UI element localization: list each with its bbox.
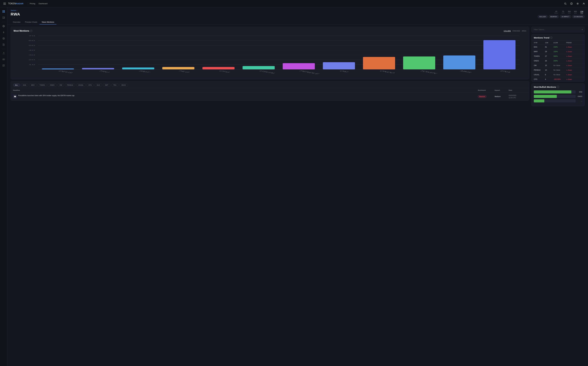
bar-chart: 10203040506070DEUSTRUSMTHLGCFGUSUALPENDL… (14, 34, 526, 76)
token-tab-usual[interactable]: USUAL (76, 83, 85, 87)
filter-badge-exmajors[interactable]: EX-MAJORS (572, 15, 585, 18)
filter-badge-bullish[interactable]: BULLISH (538, 15, 548, 18)
trend-delta: 200% (553, 60, 566, 62)
brand-radar: RADAR (16, 2, 23, 5)
sidebar-item-dollar2[interactable] (1, 57, 6, 62)
chart-type-stacked[interactable]: STACKED (512, 30, 520, 32)
time-btn-12m[interactable]: 12MYTD (579, 10, 585, 15)
trend-arrow-icon: ↘ (566, 51, 567, 53)
svg-text:40: 40 (28, 50, 35, 51)
nav-pricing[interactable]: Pricing (30, 2, 35, 5)
chart-type-column[interactable]: COLUMN (504, 30, 511, 32)
bar-om[interactable] (323, 62, 355, 69)
bar-tru[interactable] (82, 68, 114, 69)
bar-cfg[interactable] (202, 67, 234, 69)
token-tab-deus[interactable]: DEUS (119, 83, 128, 87)
trend-arrow-icon: ↘ (566, 74, 567, 76)
col-headline: Headline (13, 89, 478, 91)
token-tab-all[interactable]: ALL (13, 83, 20, 87)
token-tab-tru[interactable]: TRU (111, 83, 119, 87)
bullish-bar-label: ... (577, 100, 582, 102)
chart-type-btns: COLUMNSTACKEDAREA (504, 30, 526, 32)
tab-preview-charts[interactable]: Preview Charts (23, 20, 39, 24)
filter-chevron-icon: ▾ (582, 28, 583, 31)
bullish-bar-row: ONDO (534, 95, 582, 98)
trend-direction: ↘ Down (566, 51, 579, 53)
bullish-bar-fill (534, 90, 571, 93)
breadcrumb-parent: Sectors (11, 9, 16, 11)
trend-row: PENDLE 13 No Value ↘ Down (532, 68, 585, 72)
theme-icon[interactable] (576, 2, 580, 6)
svg-rect-0 (3, 3, 6, 3)
token-tab-token[interactable]: TOKEN (38, 83, 47, 87)
bar-token[interactable] (403, 56, 435, 69)
page-title: RWA (11, 12, 20, 16)
sidebar-item-note[interactable] (1, 63, 6, 68)
trend-direction: ↘ Down (566, 69, 579, 71)
svg-rect-20 (2, 12, 3, 13)
trend-val: 29 (545, 51, 553, 53)
header-left: Sectors / RWA (11, 9, 20, 16)
trend-info-icon[interactable]: i (550, 37, 552, 39)
filter-input[interactable] (532, 27, 585, 32)
mentions-trend-title: Mentions Trend i (532, 34, 585, 41)
tab-overview[interactable]: Overview (11, 20, 23, 24)
user-icon[interactable] (582, 2, 586, 6)
search-icon[interactable] (563, 2, 567, 6)
bar-smt[interactable] (122, 68, 154, 69)
hamburger-button[interactable] (2, 1, 7, 6)
bar-deus[interactable] (42, 69, 74, 69)
time-btn-7d[interactable]: 7DWTD (560, 10, 566, 15)
tab-news-mentions[interactable]: News Mentions (39, 20, 56, 24)
bullish-bar-row: ... (534, 99, 582, 102)
nav-dashboard[interactable]: Dashboard (39, 2, 48, 5)
svg-text:30: 30 (28, 54, 35, 56)
sidebar-item-globe[interactable] (1, 24, 6, 29)
filter-badge-bearish[interactable]: BEARISH (549, 15, 559, 18)
bar-hlg[interactable] (162, 67, 194, 69)
bar-ondo[interactable] (363, 57, 395, 69)
trend-sym: TOKEN (534, 55, 545, 57)
bar-ena[interactable] (483, 40, 516, 69)
main-grid: Most Mentions i COLUMNSTACKEDAREA 102030… (7, 24, 588, 366)
token-tab-om[interactable]: OM (57, 83, 64, 87)
filter-badge-hiimpact[interactable]: HI-IMPACT (560, 15, 571, 18)
bar-pendle[interactable] (283, 63, 315, 69)
token-tab-cfg[interactable]: CFG (86, 83, 94, 87)
trend-row: USUAL 6 No Value ↘ Down (532, 72, 585, 77)
sidebar-item-export[interactable] (1, 51, 6, 56)
token-tab-hlg[interactable]: HLG (95, 83, 102, 87)
page-header: Sectors / RWA 1DTODAY7DWTD30DMTD90DQTD12… (7, 7, 588, 18)
token-tab-pendle[interactable]: PENDLE (65, 83, 75, 87)
sidebar-item-chart[interactable] (1, 15, 6, 20)
brand-logo[interactable]: TOKEN RADAR (8, 2, 23, 5)
svg-text:DEUS: DEUS (57, 70, 74, 74)
news-row: 📰 Ronaldinho launches token with 35% ins… (11, 93, 529, 101)
time-btn-1d[interactable]: 1DTODAY (553, 10, 560, 15)
sidebar-item-dollar[interactable]: $ (1, 30, 6, 35)
sidebar-item-target[interactable] (1, 36, 6, 41)
info-icon[interactable] (570, 2, 573, 6)
chart-header: Most Mentions i COLUMNSTACKEDAREA (14, 30, 526, 32)
bar-mkr[interactable] (443, 55, 475, 69)
sidebar-item-dashboard[interactable] (1, 9, 6, 14)
breadcrumb[interactable]: Sectors / (11, 9, 20, 11)
col-impact: Impact (495, 89, 509, 91)
token-tab-mkr[interactable]: MKR (29, 83, 37, 87)
bullish-title: Most Bullish Mentions i (534, 86, 582, 88)
bullish-info-icon[interactable]: i (557, 86, 559, 88)
bar-usual[interactable] (243, 66, 275, 69)
sentiment-badge: Bearish (478, 95, 487, 98)
chart-info-icon[interactable]: i (30, 30, 32, 32)
time-btn-90d[interactable]: 90DQTD (573, 10, 578, 15)
svg-line-15 (578, 3, 579, 3)
time-btn-30d[interactable]: 30DMTD (566, 10, 572, 15)
sidebar-item-doc[interactable] (1, 42, 6, 47)
token-tab-smt[interactable]: SMT (103, 83, 110, 87)
trend-dir-label: Down (568, 78, 572, 80)
token-tab-ondo[interactable]: ONDO (48, 83, 57, 87)
news-headline: 📰 Ronaldinho launches token with 35% ins… (13, 95, 478, 99)
token-tab-ena[interactable]: ENA (21, 83, 28, 87)
chart-type-area[interactable]: AREA (522, 30, 526, 32)
svg-text:HLG: HLG (178, 70, 191, 73)
